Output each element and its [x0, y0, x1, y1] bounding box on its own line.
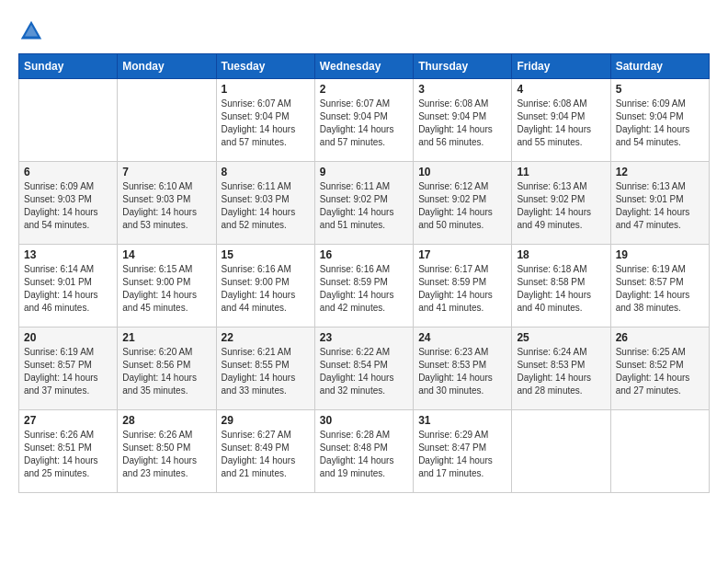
- calendar-cell: 15 Sunrise: 6:16 AM Sunset: 9:00 PM Dayl…: [216, 245, 314, 327]
- calendar-cell: [19, 79, 118, 162]
- weekday-header-sunday: Sunday: [19, 54, 118, 79]
- day-sunrise: Sunrise: 6:12 AM: [418, 180, 506, 193]
- day-daylight: Daylight: 14 hours and 46 minutes.: [24, 289, 112, 315]
- day-sunset: Sunset: 8:52 PM: [616, 359, 704, 372]
- calendar-cell: 18 Sunrise: 6:18 AM Sunset: 8:58 PM Dayl…: [512, 245, 610, 327]
- weekday-header-monday: Monday: [118, 54, 216, 79]
- day-number: 25: [517, 331, 605, 344]
- calendar-table: SundayMondayTuesdayWednesdayThursdayFrid…: [18, 53, 710, 493]
- day-sunrise: Sunrise: 6:26 AM: [24, 429, 112, 442]
- day-sunset: Sunset: 9:01 PM: [24, 276, 112, 289]
- day-sunset: Sunset: 8:53 PM: [418, 359, 506, 372]
- day-sunrise: Sunrise: 6:08 AM: [517, 98, 605, 110]
- day-number: 30: [320, 414, 408, 427]
- day-daylight: Daylight: 14 hours and 41 minutes.: [418, 289, 506, 315]
- day-number: 4: [517, 83, 605, 96]
- day-number: 18: [517, 248, 605, 261]
- day-daylight: Daylight: 14 hours and 53 minutes.: [122, 206, 210, 232]
- day-sunrise: Sunrise: 6:11 AM: [222, 180, 310, 193]
- day-daylight: Daylight: 14 hours and 28 minutes.: [517, 372, 605, 397]
- day-number: 14: [122, 248, 210, 261]
- day-sunrise: Sunrise: 6:09 AM: [24, 180, 112, 193]
- calendar-cell: 13 Sunrise: 6:14 AM Sunset: 9:01 PM Dayl…: [19, 245, 118, 327]
- day-sunrise: Sunrise: 6:28 AM: [320, 429, 408, 442]
- day-daylight: Daylight: 14 hours and 49 minutes.: [517, 206, 605, 232]
- day-daylight: Daylight: 14 hours and 23 minutes.: [122, 454, 210, 480]
- day-sunset: Sunset: 9:03 PM: [222, 193, 310, 206]
- day-sunset: Sunset: 8:55 PM: [222, 359, 310, 372]
- day-number: 28: [122, 414, 210, 427]
- day-number: 20: [24, 331, 112, 344]
- day-sunrise: Sunrise: 6:25 AM: [616, 346, 704, 359]
- day-number: 11: [517, 166, 605, 178]
- calendar-cell: 14 Sunrise: 6:15 AM Sunset: 9:00 PM Dayl…: [118, 245, 216, 327]
- calendar-cell: [512, 410, 610, 493]
- day-sunrise: Sunrise: 6:14 AM: [24, 263, 112, 276]
- weekday-header-wednesday: Wednesday: [314, 54, 413, 79]
- day-sunset: Sunset: 9:03 PM: [122, 193, 210, 206]
- day-sunrise: Sunrise: 6:29 AM: [418, 429, 506, 442]
- day-sunrise: Sunrise: 6:20 AM: [122, 346, 210, 359]
- weekday-header-thursday: Thursday: [414, 54, 512, 79]
- day-number: 7: [122, 166, 210, 178]
- calendar-cell: 16 Sunrise: 6:16 AM Sunset: 8:59 PM Dayl…: [314, 245, 413, 327]
- day-number: 6: [24, 166, 112, 178]
- day-sunset: Sunset: 8:57 PM: [24, 359, 112, 372]
- day-number: 3: [418, 83, 506, 96]
- day-sunset: Sunset: 9:02 PM: [418, 193, 506, 206]
- day-sunrise: Sunrise: 6:11 AM: [320, 180, 408, 193]
- calendar-cell: [610, 410, 709, 493]
- day-daylight: Daylight: 14 hours and 27 minutes.: [616, 372, 704, 397]
- day-number: 5: [616, 83, 704, 96]
- day-sunset: Sunset: 8:59 PM: [320, 276, 408, 289]
- day-daylight: Daylight: 14 hours and 45 minutes.: [122, 289, 210, 315]
- day-number: 21: [122, 331, 210, 344]
- day-sunset: Sunset: 8:48 PM: [320, 442, 408, 454]
- day-number: 22: [222, 331, 310, 344]
- weekday-header-tuesday: Tuesday: [216, 54, 314, 79]
- day-sunrise: Sunrise: 6:16 AM: [320, 263, 408, 276]
- day-sunrise: Sunrise: 6:26 AM: [122, 429, 210, 442]
- day-daylight: Daylight: 14 hours and 42 minutes.: [320, 289, 408, 315]
- day-daylight: Daylight: 14 hours and 57 minutes.: [320, 123, 408, 149]
- day-number: 10: [418, 166, 506, 178]
- day-sunrise: Sunrise: 6:13 AM: [517, 180, 605, 193]
- calendar-cell: 1 Sunrise: 6:07 AM Sunset: 9:04 PM Dayli…: [216, 79, 314, 162]
- day-daylight: Daylight: 14 hours and 47 minutes.: [616, 206, 704, 232]
- day-number: 29: [222, 414, 310, 427]
- calendar-cell: 29 Sunrise: 6:27 AM Sunset: 8:49 PM Dayl…: [216, 410, 314, 493]
- day-sunrise: Sunrise: 6:19 AM: [24, 346, 112, 359]
- day-sunset: Sunset: 8:51 PM: [24, 442, 112, 454]
- weekday-header-friday: Friday: [512, 54, 610, 79]
- calendar-cell: 28 Sunrise: 6:26 AM Sunset: 8:50 PM Dayl…: [118, 410, 216, 493]
- day-number: 8: [222, 166, 310, 178]
- day-sunset: Sunset: 9:00 PM: [222, 276, 310, 289]
- calendar-cell: 10 Sunrise: 6:12 AM Sunset: 9:02 PM Dayl…: [414, 162, 512, 245]
- day-sunset: Sunset: 8:58 PM: [517, 276, 605, 289]
- day-sunset: Sunset: 9:04 PM: [418, 110, 506, 123]
- calendar-cell: 2 Sunrise: 6:07 AM Sunset: 9:04 PM Dayli…: [314, 79, 413, 162]
- calendar-week-5: 27 Sunrise: 6:26 AM Sunset: 8:51 PM Dayl…: [19, 410, 710, 493]
- calendar-cell: [118, 79, 216, 162]
- calendar-cell: 31 Sunrise: 6:29 AM Sunset: 8:47 PM Dayl…: [414, 410, 512, 493]
- day-sunrise: Sunrise: 6:09 AM: [616, 98, 704, 110]
- day-sunrise: Sunrise: 6:22 AM: [320, 346, 408, 359]
- day-sunrise: Sunrise: 6:16 AM: [222, 263, 310, 276]
- day-sunrise: Sunrise: 6:07 AM: [222, 98, 310, 110]
- calendar-cell: 6 Sunrise: 6:09 AM Sunset: 9:03 PM Dayli…: [19, 162, 118, 245]
- day-number: 15: [222, 248, 310, 261]
- day-sunset: Sunset: 9:04 PM: [616, 110, 704, 123]
- day-sunrise: Sunrise: 6:19 AM: [616, 263, 704, 276]
- day-number: 9: [320, 166, 408, 178]
- calendar-week-3: 13 Sunrise: 6:14 AM Sunset: 9:01 PM Dayl…: [19, 245, 710, 327]
- logo-icon: [18, 18, 44, 44]
- day-sunset: Sunset: 9:03 PM: [24, 193, 112, 206]
- calendar-cell: 22 Sunrise: 6:21 AM Sunset: 8:55 PM Dayl…: [216, 327, 314, 410]
- calendar-cell: 12 Sunrise: 6:13 AM Sunset: 9:01 PM Dayl…: [610, 162, 709, 245]
- calendar-cell: 24 Sunrise: 6:23 AM Sunset: 8:53 PM Dayl…: [414, 327, 512, 410]
- day-sunset: Sunset: 9:02 PM: [517, 193, 605, 206]
- day-number: 12: [616, 166, 704, 178]
- day-number: 27: [24, 414, 112, 427]
- day-sunrise: Sunrise: 6:27 AM: [222, 429, 310, 442]
- calendar-cell: 4 Sunrise: 6:08 AM Sunset: 9:04 PM Dayli…: [512, 79, 610, 162]
